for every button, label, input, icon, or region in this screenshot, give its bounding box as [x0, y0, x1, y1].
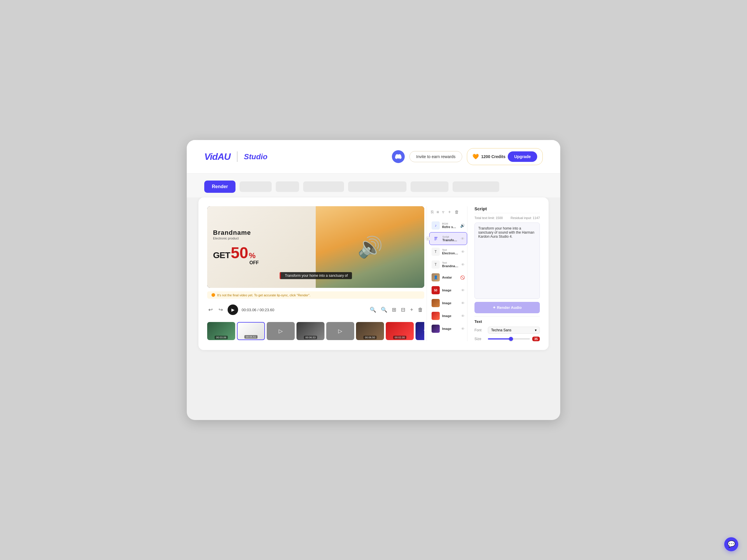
off-text: OFF — [250, 260, 259, 265]
speaker-icon: 🔊 — [357, 235, 383, 259]
discount-area: GET 50 % OFF — [213, 245, 321, 265]
layer-bgm[interactable]: ♪ BGM Refre shing S... 🔊 — [429, 219, 467, 232]
size-slider[interactable] — [488, 338, 530, 340]
timeline: 00:03.06 00:05.51 ▷ 00:06.53 ▷ 00:06.50 … — [207, 321, 424, 341]
layer-name-text-2: Brandname — [442, 264, 459, 268]
tab-3[interactable] — [303, 181, 344, 192]
discord-button[interactable] — [392, 150, 405, 163]
undo-button[interactable]: ↩ — [207, 305, 214, 314]
layer-eye-text-2[interactable]: 👁 — [461, 263, 465, 267]
workspace: Brandname Electronic product GET 50 % OF… — [199, 197, 548, 350]
chat-fab[interactable]: 💬 — [724, 537, 738, 551]
time-total: 00:23.60 — [259, 308, 274, 312]
render-button[interactable]: Render — [204, 181, 235, 193]
layer-eye-script[interactable]: 👁 — [461, 237, 465, 241]
layer-image-4[interactable]: Image 👁 — [429, 323, 467, 335]
timeline-thumb-1[interactable]: 00:03.06 — [207, 322, 235, 340]
percent-sign: % — [249, 251, 256, 260]
product-subtitle: Electronic product — [213, 237, 321, 240]
logo-area: VidAU Studio — [204, 151, 267, 162]
layer-image-50[interactable]: 50 Image 👁 — [429, 284, 467, 296]
thumb-time-5: 00:02.00 — [393, 336, 406, 339]
layer-delete-btn[interactable]: 🗑 — [454, 209, 460, 215]
layer-name-text-1: Electronic pro... — [442, 251, 459, 255]
script-panel: Script Total text limit: 1500 Residual i… — [470, 206, 540, 341]
layer-avatar[interactable]: 👤 Avatar 🚫 — [429, 271, 467, 284]
timeline-thumb-2[interactable]: 00:05.51 — [237, 322, 265, 340]
layer-eye-img-4[interactable]: 👁 — [461, 327, 465, 331]
layer-info-img-4: Image — [442, 327, 459, 330]
tab-2[interactable] — [276, 181, 299, 192]
layer-filter-btn[interactable]: ▿ — [441, 209, 445, 215]
upgrade-button[interactable]: Upgrade — [508, 151, 537, 162]
layer-type-text-1: Text — [442, 248, 459, 251]
layer-thumb-text-1: T — [432, 248, 440, 256]
tab-5[interactable] — [411, 181, 448, 192]
script-title: Script — [474, 206, 540, 213]
timeline-separator-1: ▷ — [267, 322, 295, 340]
toolbar-area: Render — [187, 174, 560, 197]
size-number-badge: 35 — [532, 337, 540, 341]
script-textarea[interactable]: Transform your home into a sanctuary of … — [474, 222, 540, 299]
total-limit-label: Total text limit: 1500 — [474, 216, 503, 220]
fit-button[interactable]: ⊞ — [391, 305, 397, 314]
layer-thumb-img-50: 50 — [432, 286, 440, 294]
add-track-button[interactable]: + — [409, 306, 414, 314]
layer-align-btn[interactable]: ≡ — [436, 209, 440, 215]
discord-icon — [395, 153, 402, 160]
script-icon — [434, 237, 438, 241]
thumb-label-6: VidAU — [415, 322, 424, 340]
layer-image-2[interactable]: Image 👁 — [429, 297, 467, 309]
layer-eye-img-2[interactable]: 👁 — [461, 301, 465, 305]
layer-info-img-50: Image — [442, 289, 459, 292]
layer-add-btn[interactable]: ＋ — [447, 209, 452, 215]
render-audio-button[interactable]: ✦ Render Audio — [474, 302, 540, 313]
layer-eye-img-50[interactable]: 👁 — [461, 288, 465, 293]
layers-toolbar: ⎘ ≡ ▿ ＋ 🗑 — [429, 206, 467, 218]
layer-script[interactable]: › Script Transform yo... 👁 — [429, 232, 467, 245]
discount-number: 50 — [231, 245, 248, 261]
play-button[interactable]: ▶ — [228, 304, 238, 315]
layer-text-2[interactable]: T Text Brandname 👁 — [429, 259, 467, 271]
timeline-separator-2: ▷ — [326, 322, 354, 340]
video-section: Brandname Electronic product GET 50 % OF… — [207, 206, 424, 341]
tab-4[interactable] — [348, 181, 407, 192]
invite-button[interactable]: Invite to earn rewards — [409, 151, 462, 162]
time-current: 00:03.06 — [241, 308, 257, 312]
heart-icon: 🧡 — [472, 153, 479, 160]
timeline-thumb-6[interactable]: VidAU — [415, 322, 424, 340]
tab-6[interactable] — [453, 181, 499, 192]
font-selector[interactable]: Techna Sans ▾ — [488, 327, 540, 334]
logo-studio: Studio — [244, 152, 267, 161]
redo-button[interactable]: ↪ — [217, 305, 224, 314]
layer-info-script: Script Transform yo... — [442, 235, 458, 242]
collapse-arrow[interactable]: › — [426, 236, 430, 241]
timeline-thumb-4[interactable]: 00:06.50 — [356, 322, 384, 340]
layer-eye-avatar[interactable]: 🚫 — [460, 275, 465, 280]
header-right: Invite to earn rewards 🧡 1200 Credits Up… — [392, 148, 543, 165]
thumb-time-3: 00:06.53 — [304, 336, 317, 339]
zoom-out-button[interactable]: 🔍 — [368, 305, 377, 314]
layer-text-1[interactable]: T Text Electronic pro... 👁 — [429, 246, 467, 258]
credits-area: 🧡 1200 Credits Upgrade — [467, 148, 543, 165]
logo-divider — [237, 151, 237, 162]
zoom-in-button[interactable]: 🔍 — [380, 305, 388, 314]
text-settings: Text Font Techna Sans ▾ Size 35 — [474, 316, 540, 341]
delete-track-button[interactable]: 🗑 — [417, 306, 424, 314]
timeline-thumb-3[interactable]: 00:06.53 — [297, 322, 325, 340]
tab-1[interactable] — [239, 181, 272, 192]
layer-eye-text-1[interactable]: 👁 — [461, 250, 465, 254]
layer-image-3[interactable]: Image 👁 — [429, 310, 467, 322]
layer-name-script: Transform yo... — [442, 238, 458, 242]
split-button[interactable]: ⊟ — [400, 305, 407, 314]
layer-copy-btn[interactable]: ⎘ — [430, 209, 434, 215]
residual-label: Residual input: 1147 — [511, 216, 540, 220]
layer-thumb-avatar: 👤 — [432, 273, 440, 282]
layer-thumb-img-4 — [432, 325, 440, 333]
timeline-thumb-5[interactable]: 00:02.00 — [386, 322, 414, 340]
chat-icon: 💬 — [727, 540, 735, 548]
layer-eye-img-3[interactable]: 👁 — [461, 314, 465, 318]
script-meta: Total text limit: 1500 Residual input: 1… — [474, 216, 540, 220]
layer-name-img-50: Image — [442, 289, 459, 292]
layer-eye-bgm[interactable]: 🔊 — [460, 223, 465, 228]
